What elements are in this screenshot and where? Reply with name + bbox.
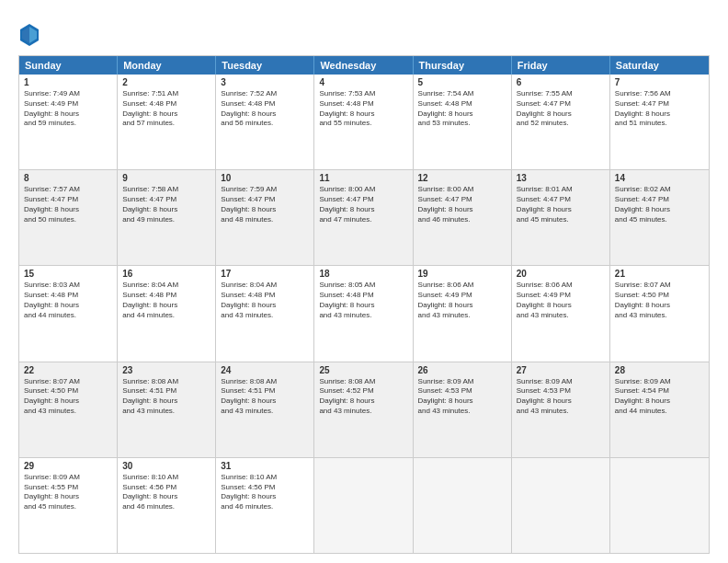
calendar-cell: 5Sunrise: 7:54 AMSunset: 4:48 PMDaylight… bbox=[414, 75, 512, 169]
day-number: 19 bbox=[418, 269, 506, 279]
weekday-header-sunday: Sunday bbox=[19, 56, 118, 75]
day-info: Daylight: 8 hours bbox=[517, 396, 605, 407]
day-info: Sunrise: 8:00 AM bbox=[418, 185, 506, 195]
day-info: Daylight: 8 hours bbox=[122, 492, 210, 502]
day-info: Sunrise: 8:09 AM bbox=[517, 377, 605, 387]
day-number: 20 bbox=[517, 269, 605, 279]
calendar-cell: 18Sunrise: 8:05 AMSunset: 4:48 PMDayligh… bbox=[314, 266, 413, 361]
day-number: 7 bbox=[615, 77, 704, 87]
day-info: Sunrise: 8:05 AM bbox=[319, 281, 407, 291]
calendar-cell: 20Sunrise: 8:06 AMSunset: 4:49 PMDayligh… bbox=[512, 266, 610, 361]
day-info: Daylight: 8 hours bbox=[319, 109, 407, 120]
day-info: and 49 minutes. bbox=[122, 215, 210, 225]
calendar-header: SundayMondayTuesdayWednesdayThursdayFrid… bbox=[19, 56, 709, 75]
day-info: Daylight: 8 hours bbox=[517, 301, 605, 311]
day-info: Sunrise: 8:10 AM bbox=[122, 473, 210, 483]
day-info: and 43 minutes. bbox=[122, 407, 210, 417]
calendar-cell: 10Sunrise: 7:59 AMSunset: 4:47 PMDayligh… bbox=[216, 170, 314, 265]
day-info: and 45 minutes. bbox=[615, 215, 704, 225]
day-info: Sunset: 4:47 PM bbox=[122, 195, 210, 205]
day-number: 5 bbox=[418, 77, 506, 87]
calendar-cell: 11Sunrise: 8:00 AMSunset: 4:47 PMDayligh… bbox=[314, 170, 413, 265]
day-number: 9 bbox=[122, 173, 210, 183]
day-info: Sunset: 4:47 PM bbox=[615, 99, 704, 109]
day-info: Sunset: 4:50 PM bbox=[615, 291, 704, 301]
calendar-row-0: 1Sunrise: 7:49 AMSunset: 4:49 PMDaylight… bbox=[19, 75, 709, 170]
day-info: Sunrise: 8:06 AM bbox=[418, 281, 506, 291]
day-number: 8 bbox=[24, 173, 112, 183]
calendar-cell: 31Sunrise: 8:10 AMSunset: 4:56 PMDayligh… bbox=[216, 458, 314, 553]
calendar-row-3: 22Sunrise: 8:07 AMSunset: 4:50 PMDayligh… bbox=[19, 362, 709, 458]
day-info: Sunrise: 7:54 AM bbox=[418, 89, 506, 99]
calendar-cell bbox=[610, 458, 709, 553]
day-info: Sunset: 4:56 PM bbox=[122, 483, 210, 493]
day-info: and 43 minutes. bbox=[24, 407, 112, 417]
calendar-cell: 12Sunrise: 8:00 AMSunset: 4:47 PMDayligh… bbox=[414, 170, 512, 265]
day-info: Daylight: 8 hours bbox=[319, 301, 407, 311]
day-info: Sunset: 4:56 PM bbox=[221, 483, 309, 493]
day-info: Sunset: 4:48 PM bbox=[418, 99, 506, 109]
calendar-cell: 6Sunrise: 7:55 AMSunset: 4:47 PMDaylight… bbox=[512, 75, 610, 169]
calendar-cell: 16Sunrise: 8:04 AMSunset: 4:48 PMDayligh… bbox=[118, 266, 216, 361]
day-info: Daylight: 8 hours bbox=[24, 396, 112, 407]
day-info: Sunrise: 8:09 AM bbox=[418, 377, 506, 387]
day-info: and 52 minutes. bbox=[517, 119, 605, 129]
weekday-header-monday: Monday bbox=[118, 56, 216, 75]
day-info: Sunset: 4:47 PM bbox=[615, 195, 704, 205]
day-info: Daylight: 8 hours bbox=[319, 396, 407, 407]
day-info: and 46 minutes. bbox=[418, 215, 506, 225]
day-info: Sunset: 4:48 PM bbox=[122, 99, 210, 109]
day-info: Sunrise: 8:07 AM bbox=[24, 377, 112, 387]
day-info: Sunrise: 8:04 AM bbox=[122, 281, 210, 291]
day-info: and 48 minutes. bbox=[221, 215, 309, 225]
day-info: Daylight: 8 hours bbox=[615, 205, 704, 215]
day-info: Sunrise: 8:06 AM bbox=[517, 281, 605, 291]
day-info: Daylight: 8 hours bbox=[122, 396, 210, 407]
day-info: Sunrise: 7:51 AM bbox=[122, 89, 210, 99]
day-info: and 43 minutes. bbox=[319, 311, 407, 321]
day-info: and 43 minutes. bbox=[615, 311, 704, 321]
day-info: Sunrise: 8:01 AM bbox=[517, 185, 605, 195]
day-info: Daylight: 8 hours bbox=[221, 205, 309, 215]
calendar-row-2: 15Sunrise: 8:03 AMSunset: 4:48 PMDayligh… bbox=[19, 266, 709, 362]
day-info: Sunset: 4:48 PM bbox=[319, 99, 407, 109]
day-info: Sunset: 4:47 PM bbox=[221, 195, 309, 205]
day-number: 23 bbox=[122, 365, 210, 375]
day-info: Daylight: 8 hours bbox=[418, 301, 506, 311]
day-info: Daylight: 8 hours bbox=[24, 301, 112, 311]
day-info: Sunrise: 8:03 AM bbox=[24, 281, 112, 291]
day-number: 22 bbox=[24, 365, 112, 375]
day-info: Daylight: 8 hours bbox=[319, 205, 407, 215]
day-info: Sunset: 4:52 PM bbox=[319, 386, 407, 396]
day-number: 21 bbox=[615, 269, 704, 279]
day-number: 3 bbox=[221, 77, 309, 87]
calendar-cell: 1Sunrise: 7:49 AMSunset: 4:49 PMDaylight… bbox=[19, 75, 118, 169]
calendar-cell: 26Sunrise: 8:09 AMSunset: 4:53 PMDayligh… bbox=[414, 362, 512, 457]
weekday-header-friday: Friday bbox=[512, 56, 610, 75]
calendar-cell bbox=[414, 458, 512, 553]
calendar-cell: 9Sunrise: 7:58 AMSunset: 4:47 PMDaylight… bbox=[118, 170, 216, 265]
day-number: 28 bbox=[615, 365, 704, 375]
day-info: Sunset: 4:51 PM bbox=[221, 386, 309, 396]
calendar-cell: 23Sunrise: 8:08 AMSunset: 4:51 PMDayligh… bbox=[118, 362, 216, 457]
day-info: Sunset: 4:48 PM bbox=[24, 291, 112, 301]
day-info: Sunset: 4:49 PM bbox=[418, 291, 506, 301]
calendar: SundayMondayTuesdayWednesdayThursdayFrid… bbox=[18, 55, 710, 554]
day-info: and 43 minutes. bbox=[319, 407, 407, 417]
calendar-cell: 29Sunrise: 8:09 AMSunset: 4:55 PMDayligh… bbox=[19, 458, 118, 553]
day-info: Sunset: 4:48 PM bbox=[221, 99, 309, 109]
day-info: Sunrise: 8:08 AM bbox=[221, 377, 309, 387]
day-info: Daylight: 8 hours bbox=[517, 205, 605, 215]
day-info: Sunset: 4:55 PM bbox=[24, 483, 112, 493]
day-number: 12 bbox=[418, 173, 506, 183]
day-info: Sunrise: 8:10 AM bbox=[221, 473, 309, 483]
calendar-row-1: 8Sunrise: 7:57 AMSunset: 4:47 PMDaylight… bbox=[19, 170, 709, 266]
day-info: and 46 minutes. bbox=[221, 502, 309, 512]
day-info: and 44 minutes. bbox=[615, 407, 704, 417]
logo-icon bbox=[18, 22, 40, 48]
day-info: Sunset: 4:53 PM bbox=[418, 386, 506, 396]
day-info: Daylight: 8 hours bbox=[221, 109, 309, 120]
day-info: and 59 minutes. bbox=[24, 119, 112, 129]
day-info: Sunset: 4:51 PM bbox=[122, 386, 210, 396]
day-number: 1 bbox=[24, 77, 112, 87]
